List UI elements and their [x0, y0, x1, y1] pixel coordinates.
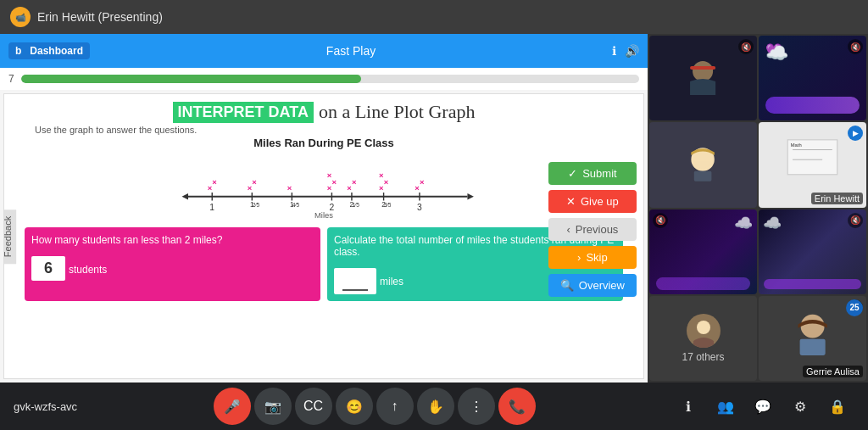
- checkmark-icon: ✓: [568, 167, 577, 180]
- line-plot: 1 1 2⁄5 1 4⁄5 2 2: [163, 153, 485, 221]
- question-panel-left: How many students ran less than 2 miles?…: [25, 227, 320, 301]
- search-icon: 🔍: [560, 279, 574, 292]
- erin-label: Erin Hewitt: [811, 193, 863, 204]
- participant-tile-others: 17 others: [649, 296, 757, 381]
- answer-box-2[interactable]: [334, 268, 376, 294]
- svg-text:×: ×: [331, 177, 337, 187]
- others-avatar: [687, 314, 721, 348]
- people-button[interactable]: 👥: [709, 389, 743, 423]
- camera-button[interactable]: 📷: [254, 388, 292, 425]
- slide-title-main: INTERPRET DATA: [173, 102, 314, 123]
- hand-button[interactable]: ✋: [417, 388, 454, 425]
- main-layout: b Dashboard Fast Play ℹ 🔊 7 Feedback: [0, 34, 868, 383]
- count-badge: 25: [846, 299, 863, 316]
- svg-text:Miles: Miles: [314, 210, 333, 220]
- svg-rect-40: [694, 171, 712, 181]
- slide-title-block: INTERPRET DATA on a Line Plot Graph: [173, 101, 476, 123]
- submit-button[interactable]: ✓ Submit: [548, 162, 637, 185]
- svg-point-46: [801, 315, 825, 338]
- chat-button[interactable]: 💬: [746, 389, 780, 423]
- bloom-logo-letter: b: [15, 45, 21, 57]
- progress-bar-background: [21, 75, 639, 83]
- svg-marker-2: [181, 193, 188, 200]
- svg-text:1: 1: [209, 203, 214, 212]
- answer-unit-1: students: [69, 264, 107, 276]
- lock-button[interactable]: 🔒: [821, 389, 854, 423]
- svg-text:×: ×: [212, 177, 217, 187]
- end-call-button[interactable]: 📞: [498, 388, 536, 425]
- participant-tile-6: ☁️ 🔇: [759, 209, 866, 294]
- svg-text:1⁄5: 1⁄5: [352, 202, 359, 208]
- svg-text:×: ×: [384, 177, 389, 187]
- give-up-button[interactable]: ✕ Give up: [548, 190, 637, 213]
- svg-text:2⁄5: 2⁄5: [253, 202, 260, 208]
- svg-text:×: ×: [287, 183, 292, 193]
- volume-icon[interactable]: 🔊: [625, 44, 639, 58]
- answer-box-1[interactable]: 6: [31, 256, 65, 281]
- presentation-area: b Dashboard Fast Play ℹ 🔊 7 Feedback: [0, 34, 648, 383]
- skip-button[interactable]: › Skip: [548, 246, 637, 269]
- participant-tile-3: [649, 122, 757, 207]
- present-button[interactable]: ↑: [376, 388, 414, 425]
- bloom-icons: ℹ 🔊: [612, 44, 639, 58]
- bottom-right-icons: ℹ 👥 💬 ⚙ 🔒: [671, 389, 854, 423]
- bottom-bar: gvk-wzfs-avc 🎤 📷 CC 😊 ↑ ✋ ⋮ 📞 ℹ 👥 💬 ⚙ 🔒: [0, 383, 868, 430]
- bloom-logo[interactable]: b Dashboard: [8, 42, 90, 59]
- others-label: 17 others: [682, 351, 724, 363]
- progress-bar-area: 7: [0, 68, 648, 90]
- answer-line-2: [342, 271, 368, 291]
- svg-text:×: ×: [252, 177, 257, 187]
- overview-button[interactable]: 🔍 Overview: [548, 274, 637, 297]
- mute-button[interactable]: 🎤: [214, 388, 251, 425]
- progress-label: 7: [8, 73, 14, 85]
- captions-button[interactable]: CC: [295, 388, 332, 425]
- presenting-badge: ▶: [848, 126, 863, 141]
- svg-point-37: [693, 61, 713, 81]
- question-text-1: How many students ran less than 2 miles?: [31, 234, 314, 246]
- chevron-left-icon: ‹: [566, 223, 570, 236]
- activities-button[interactable]: ⚙: [783, 389, 817, 423]
- mute-icon-2: 🔇: [848, 39, 863, 54]
- mute-icon-1: 🔇: [738, 39, 754, 54]
- participant-tile-1: 🔇: [649, 36, 757, 120]
- svg-text:3: 3: [417, 203, 422, 212]
- top-bar: 📹 Erin Hewitt (Presenting): [0, 0, 868, 34]
- participant-tile-erin: Math Erin Hewitt ▶: [759, 122, 866, 207]
- bloom-title: Fast Play: [97, 44, 605, 58]
- answer-unit-2: miles: [380, 276, 403, 288]
- svg-rect-38: [690, 66, 715, 70]
- slide-subtitle: Use the graph to answer the questions.: [35, 125, 197, 135]
- svg-marker-1: [467, 193, 474, 200]
- svg-rect-47: [799, 339, 825, 355]
- bottom-controls: 🎤 📷 CC 😊 ↑ ✋ ⋮ 📞: [77, 388, 671, 425]
- slide-content: Feedback INTERPRET DATA on a Line Plot G…: [3, 93, 644, 379]
- gerrie-label: Gerrie Aulisa: [803, 366, 863, 377]
- presenting-icon: 📹: [10, 7, 31, 27]
- mute-icon-6: 🔇: [848, 213, 863, 228]
- more-button[interactable]: ⋮: [458, 388, 495, 425]
- svg-point-45: [697, 321, 710, 334]
- bloom-toolbar: b Dashboard Fast Play ℹ 🔊: [0, 34, 648, 68]
- progress-bar-fill: [21, 75, 361, 83]
- emoji-button[interactable]: 😊: [336, 388, 373, 425]
- chevron-right-icon: ›: [577, 251, 581, 264]
- previous-button[interactable]: ‹ Previous: [548, 218, 637, 241]
- participant-tile-2: ☁️ 🔇: [759, 36, 866, 120]
- question-panels: How many students ran less than 2 miles?…: [18, 227, 630, 301]
- meeting-info-button[interactable]: ℹ: [671, 389, 705, 423]
- svg-text:3⁄5: 3⁄5: [384, 202, 392, 208]
- participant-tile-gerrie: Gerrie Aulisa 🔇 25: [759, 296, 866, 381]
- feedback-tab[interactable]: Feedback: [3, 209, 16, 263]
- slide-chart-title: Miles Ran During PE Class: [253, 137, 393, 149]
- slide-title-cursive: on a Line Plot Graph: [319, 101, 476, 123]
- svg-text:×: ×: [327, 170, 332, 180]
- svg-text:Math: Math: [791, 142, 802, 148]
- action-buttons: ✓ Submit ✕ Give up ‹ Previous › Skip 🔍: [548, 162, 637, 297]
- presenter-name: Erin Hewitt (Presenting): [37, 10, 163, 24]
- bloom-dashboard-label: Dashboard: [30, 45, 83, 57]
- right-sidebar: 🔇 ☁️ 🔇 Math Erin Hewitt: [648, 34, 868, 383]
- svg-text:×: ×: [420, 177, 425, 187]
- info-icon[interactable]: ℹ: [612, 44, 616, 58]
- meeting-code: gvk-wzfs-avc: [14, 400, 77, 413]
- svg-text:×: ×: [352, 177, 357, 187]
